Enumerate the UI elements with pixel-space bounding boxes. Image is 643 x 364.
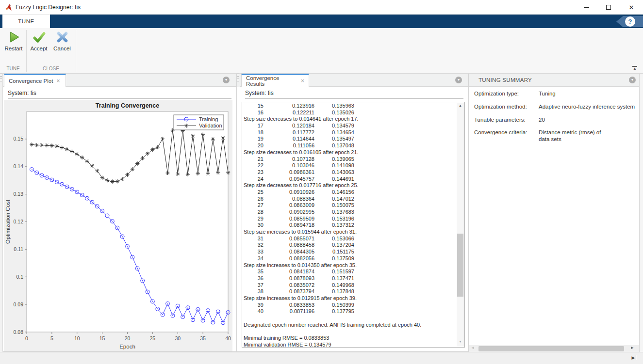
help-button[interactable]: ?: [625, 16, 635, 27]
svg-text:20: 20: [125, 335, 131, 341]
scrollbar-thumb[interactable]: [478, 346, 624, 351]
matlab-logo-icon: [5, 3, 13, 12]
toolbar-separator: [76, 30, 76, 72]
results-row: 360.08780930.137471: [242, 275, 457, 282]
convergence-results-textbox[interactable]: 150.1239160.135963160.1222110.135026Step…: [242, 102, 465, 348]
svg-text:0.13: 0.13: [14, 191, 24, 197]
results-row: 390.08338530.150399: [242, 302, 457, 309]
svg-text:0.11: 0.11: [14, 246, 23, 252]
plot-panel-collapse-button[interactable]: ▾: [223, 77, 230, 83]
svg-text:15: 15: [99, 335, 105, 341]
results-note: Minimal validation RMSE = 0.134579: [242, 342, 457, 348]
summary-label: Tunable parameters:: [474, 116, 539, 123]
results-text: 150.1239160.135963160.1222110.135026Step…: [242, 103, 457, 348]
close-icon: ✕: [629, 4, 634, 11]
results-row: 180.1177720.134654: [242, 129, 457, 136]
accept-button[interactable]: Accept: [28, 31, 49, 57]
minimize-button[interactable]: [575, 0, 597, 15]
tab-close-icon[interactable]: ×: [56, 78, 60, 84]
scroll-left-icon[interactable]: ◄: [471, 346, 475, 350]
svg-text:0.1: 0.1: [16, 274, 23, 280]
svg-text:30: 30: [175, 335, 181, 341]
results-note: Step size increases to 0.012915 after ep…: [242, 295, 457, 302]
right-edge-splitter[interactable]: [639, 74, 643, 352]
svg-text:0.14: 0.14: [14, 163, 24, 169]
svg-text:Epoch: Epoch: [119, 344, 135, 349]
close-button[interactable]: ✕: [620, 0, 643, 15]
results-note: Step size decreases to 0.014641 after ep…: [242, 116, 457, 123]
svg-text:0.09: 0.09: [14, 301, 24, 307]
panel-divider[interactable]: [468, 74, 469, 352]
chevron-down-icon: ▾: [225, 78, 227, 82]
app-window: Fuzzy Logic Designer: fis ✕ TUNE ? Resta…: [0, 0, 643, 364]
results-system-label: System: fis: [245, 90, 274, 96]
tab-convergence-results[interactable]: Convergence Results ×: [241, 74, 309, 87]
tab-convergence-plot[interactable]: Convergence Plot ×: [4, 74, 66, 87]
collapse-ribbon-button[interactable]: ▲: [631, 66, 639, 72]
scrollbar-thumb[interactable]: [457, 234, 463, 297]
svg-text:35: 35: [200, 335, 206, 341]
restart-button[interactable]: Restart: [3, 31, 24, 57]
chevron-down-icon: ▾: [458, 78, 460, 82]
plot-separator-rule: [8, 98, 231, 99]
left-splitter[interactable]: [0, 74, 3, 352]
results-vertical-scrollbar[interactable]: ▲ ▼: [457, 103, 464, 347]
tab-convergence-plot-label: Convergence Plot: [9, 78, 53, 84]
results-note: [242, 315, 457, 322]
results-row: 250.09109260.146156: [242, 189, 457, 196]
tuning-summary-title: TUNING SUMMARY: [478, 77, 532, 83]
summary-label: Optimization type:: [474, 90, 539, 97]
section-label-close: CLOSE: [27, 66, 75, 73]
svg-text:10: 10: [74, 335, 80, 341]
cancel-label: Cancel: [53, 46, 71, 51]
window-title: Fuzzy Logic Designer: fis: [16, 4, 81, 11]
summary-value: Adaptive neuro-fuzzy inference system: [539, 103, 642, 110]
splitter-grabber-icon: [237, 74, 239, 82]
summary-panel-collapse-button[interactable]: ▾: [629, 77, 636, 83]
expand-arrow-icon: ▶: [632, 356, 635, 360]
collapse-ribbon-arrow-icon: ▲: [633, 67, 637, 70]
svg-text:40: 40: [225, 335, 231, 341]
summary-horizontal-scrollbar[interactable]: ◄ ►: [469, 345, 639, 352]
mid-splitter[interactable]: [237, 74, 240, 87]
summary-value: Tuning: [539, 90, 642, 97]
tab-convergence-results-label: Convergence Results: [246, 75, 297, 87]
minimize-icon: [584, 7, 589, 8]
convergence-plot-figure: Training Convergence05101520253035400.08…: [4, 100, 232, 351]
results-separator-rule: [245, 98, 463, 99]
summary-label: Convergence criteria:: [474, 129, 539, 142]
results-row: 340.08820560.137509: [242, 255, 457, 262]
scroll-up-icon[interactable]: ▲: [457, 104, 464, 110]
plot-system-label: System: fis: [8, 90, 36, 96]
scroll-right-icon[interactable]: ►: [630, 346, 634, 350]
results-note: Step size increases to 0.015944 after ep…: [242, 229, 457, 236]
results-row: 150.1239160.135963: [242, 103, 457, 110]
status-expand-button[interactable]: ▶: [632, 355, 636, 360]
results-note: Designated epoch number reached. ANFIS t…: [242, 322, 457, 329]
results-row: 200.1110560.137048: [242, 142, 457, 149]
panel-divider[interactable]: [236, 74, 237, 352]
svg-text:0.12: 0.12: [14, 219, 24, 224]
results-note: Step size increases to 0.014350 after ep…: [242, 262, 457, 269]
results-row: 330.08443050.151175: [242, 249, 457, 255]
results-row: 310.08550710.153066: [242, 236, 457, 242]
splitter-grabber-icon: [0, 74, 2, 82]
cancel-button[interactable]: Cancel: [51, 31, 73, 57]
results-row: 350.08418740.151597: [242, 269, 457, 275]
tab-tune[interactable]: TUNE: [2, 15, 50, 28]
results-panel-collapse-button[interactable]: ▾: [455, 77, 462, 83]
restart-play-icon: [7, 31, 20, 44]
summary-row-convergence-criteria: Convergence criteria: Distance metric (r…: [474, 129, 642, 142]
summary-label: Optimization method:: [474, 103, 539, 110]
scroll-down-icon[interactable]: ▼: [457, 340, 464, 346]
main-area: Convergence Plot × ▾ System: fis Trainin…: [0, 74, 643, 352]
summary-row-optimization-method: Optimization method: Adaptive neuro-fuzz…: [474, 103, 642, 110]
maximize-button[interactable]: [597, 0, 620, 15]
svg-text:Training: Training: [199, 116, 218, 122]
results-row: 240.09457570.144691: [242, 176, 457, 183]
toolbar: Restart Accept Cancel TUNE CLOSE: [0, 28, 643, 74]
svg-text:Validation: Validation: [199, 123, 222, 128]
tab-close-icon[interactable]: ×: [301, 78, 304, 84]
summary-value: 20: [539, 116, 642, 123]
results-row: 160.1222110.135026: [242, 110, 457, 116]
